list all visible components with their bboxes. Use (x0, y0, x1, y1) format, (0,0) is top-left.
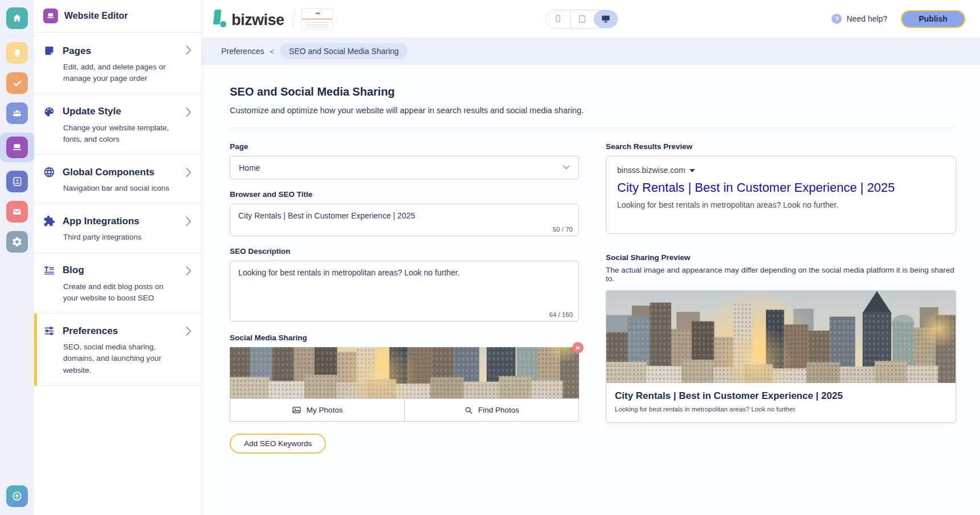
sidebar-item-preferences[interactable]: Preferences SEO, social media sharing, d… (34, 314, 201, 386)
seo-title-label: Browser and SEO Title (230, 190, 579, 199)
page-select-value: Home (239, 163, 260, 172)
bizwise-logo-mark (213, 10, 226, 28)
seo-description-label: SEO Description (230, 247, 579, 256)
mobile-preview-button[interactable] (546, 10, 570, 28)
find-photos-button[interactable]: Find Photos (404, 399, 579, 421)
add-seo-keywords-button[interactable]: Add SEO Keywords (230, 434, 326, 454)
caret-down-icon (689, 169, 695, 172)
breadcrumb-parent[interactable]: Preferences (221, 47, 264, 56)
bizwise-logo: bizwise (213, 10, 284, 28)
sliders-icon (43, 325, 55, 337)
search-results-preview-card: binsss.bizwise.com City Rentals | Best i… (606, 156, 956, 234)
share-preview-description: Looking for best rentals in metropolitan… (615, 406, 947, 413)
gear-icon (11, 236, 23, 248)
sidebar-item-app-integrations[interactable]: App Integrations Third party integration… (34, 204, 201, 253)
share-card-body: City Rentals | Best in Customer Experien… (606, 383, 956, 422)
contact-card-icon (11, 176, 23, 187)
tasks-nav-button[interactable] (6, 72, 28, 94)
seo-description-counter: 64 / 160 (549, 311, 573, 318)
sidebar-item-label: Pages (63, 46, 91, 57)
breadcrumb: Preferences < SEO and Social Media Shari… (202, 38, 980, 65)
need-help-label: Need help? (846, 14, 887, 23)
chevron-right-icon (185, 45, 192, 55)
main-area: bizwise (202, 0, 980, 515)
pages-icon (43, 45, 55, 57)
sidebar-item-desc: SEO, social media sharing, domains, and … (63, 341, 179, 376)
sidebar-item-desc: Edit, add, and delete pages or manage yo… (63, 61, 179, 85)
sidebar-item-label: Blog (63, 265, 84, 276)
social-sharing-preview: Social Sharing Preview The actual image … (606, 253, 956, 423)
envelope-icon (11, 206, 23, 217)
social-share-preview-card: City Rentals | Best in Customer Experien… (606, 290, 956, 423)
sidebar-item-global-components[interactable]: Global Components Navigation bar and soc… (34, 155, 201, 204)
sidebar-title: Website Editor (64, 11, 128, 21)
topbar-right: ? Need help? Publish (832, 10, 965, 28)
bell-icon (12, 48, 23, 59)
website-editor-nav-button[interactable] (6, 137, 28, 158)
my-photos-label: My Photos (307, 406, 343, 414)
brand-name: bizwise (231, 13, 284, 28)
sidebar-item-label: Global Components (63, 167, 155, 178)
publish-button[interactable]: Publish (901, 10, 965, 28)
remove-image-button[interactable]: ✕ (572, 342, 584, 353)
seo-description-input[interactable]: Looking for best rentals in metropolitan… (230, 261, 578, 307)
website-editor-nav-active-band (0, 133, 34, 162)
editor-sidebar: Website Editor Pages Edit, add, and dele… (34, 0, 202, 515)
chevron-down-icon (563, 165, 570, 170)
desktop-icon (601, 14, 611, 24)
contacts-nav-button[interactable] (6, 171, 28, 192)
find-photos-label: Find Photos (478, 406, 519, 414)
city-skyline-image (606, 291, 956, 383)
search-preview-title: City Rentals | Best in Customer Experien… (617, 180, 945, 195)
blog-icon (43, 265, 55, 277)
sidebar-item-blog[interactable]: Blog Create and edit blog posts on your … (34, 253, 201, 314)
chevron-right-icon (185, 266, 192, 276)
sidebar-item-pages[interactable]: Pages Edit, add, and delete pages or man… (34, 32, 201, 94)
notifications-nav-button[interactable] (6, 42, 28, 64)
picture-icon (292, 405, 301, 415)
topbar: bizwise (202, 0, 980, 38)
search-preview-domain: binsss.bizwise.com (617, 166, 685, 175)
rail-divider (0, 35, 34, 36)
palette-icon (43, 106, 55, 118)
sidebar-item-label: Update Style (63, 106, 121, 117)
sidebar-item-desc: Create and edit blog posts on your websi… (63, 281, 179, 304)
website-editor-icon (43, 9, 58, 23)
sidebar-item-desc: Navigation bar and social icons (63, 183, 179, 194)
home-nav-button[interactable] (6, 7, 28, 29)
email-nav-button[interactable] (6, 201, 28, 223)
upgrade-nav-button[interactable] (6, 485, 28, 507)
need-help-link[interactable]: ? Need help? (832, 14, 887, 24)
settings-nav-button[interactable] (6, 231, 28, 253)
tablet-preview-button[interactable] (570, 10, 594, 28)
seo-title-field: 50 / 70 (230, 204, 579, 236)
seo-description-field: Looking for best rentals in metropolitan… (230, 261, 579, 322)
mobile-icon (553, 14, 563, 23)
puzzle-icon (43, 215, 55, 227)
team-icon (11, 108, 23, 119)
sidebar-item-update-style[interactable]: Update Style Change your website templat… (34, 94, 201, 155)
social-share-image-box: ✕ My Photos Find Photos (230, 347, 579, 422)
seo-title-input[interactable] (230, 204, 578, 220)
header-divider (230, 127, 955, 128)
home-icon (11, 13, 23, 24)
social-media-sharing-label: Social Media Sharing (230, 333, 579, 342)
page-select[interactable]: Home (230, 156, 579, 179)
sidebar-item-desc: Third party integrations (63, 232, 179, 243)
social-sharing-preview-label: Social Sharing Preview (606, 253, 956, 262)
chevron-right-icon (185, 167, 192, 178)
site-thumbnail[interactable] (301, 9, 333, 30)
team-nav-button[interactable] (6, 102, 28, 124)
desktop-preview-button[interactable] (594, 10, 618, 28)
previews: Search Results Preview binsss.bizwise.co… (606, 142, 956, 454)
seo-title-counter: 50 / 70 (553, 226, 573, 233)
my-photos-button[interactable]: My Photos (230, 399, 404, 421)
upload-icon (11, 490, 23, 502)
app-root: Website Editor Pages Edit, add, and dele… (0, 0, 980, 515)
sidebar-item-label: App Integrations (63, 216, 139, 227)
globe-icon (43, 166, 55, 178)
question-icon: ? (832, 14, 842, 24)
sidebar-item-label: Preferences (63, 326, 118, 337)
content: SEO and Social Media Sharing Customize a… (202, 65, 980, 515)
page-subtitle: Customize and optimize how your website … (230, 106, 955, 115)
